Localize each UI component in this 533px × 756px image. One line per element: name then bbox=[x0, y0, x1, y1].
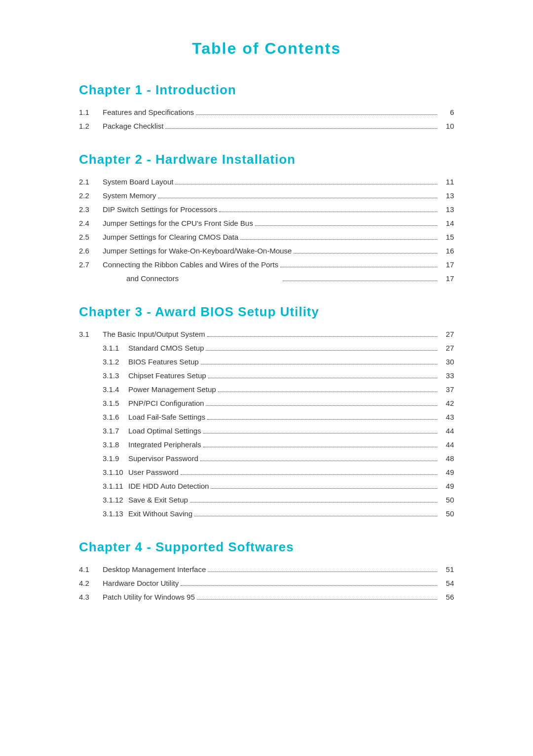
toc-page: 11 bbox=[439, 176, 454, 188]
toc-sub-number: 3.1.6 bbox=[79, 411, 128, 423]
toc-dots bbox=[190, 502, 437, 503]
chapter-heading-ch1: Chapter 1 - Introduction bbox=[79, 82, 454, 98]
toc-dots bbox=[200, 461, 437, 461]
toc-sub-number: 3.1.5 bbox=[79, 397, 128, 409]
toc-dots bbox=[181, 474, 437, 475]
toc-page: 51 bbox=[439, 564, 454, 576]
toc-section-ch1: 1.1Features and Specifications61.2Packag… bbox=[79, 107, 454, 132]
toc-number: 2.7 bbox=[79, 259, 103, 271]
toc-dots bbox=[165, 128, 437, 129]
toc-container: Chapter 1 - Introduction1.1Features and … bbox=[79, 82, 454, 603]
toc-number: 2.6 bbox=[79, 245, 103, 257]
toc-entry: 3.1.7Load Optimal Settings44 bbox=[79, 425, 454, 437]
toc-dots bbox=[197, 599, 437, 600]
toc-label: Patch Utility for Windows 95 bbox=[103, 591, 195, 603]
toc-dots bbox=[240, 239, 437, 240]
toc-dots bbox=[206, 405, 437, 406]
toc-sub-number: 3.1.7 bbox=[79, 425, 128, 437]
toc-page: 13 bbox=[439, 190, 454, 202]
toc-sub-number: 3.1.2 bbox=[79, 356, 128, 368]
toc-dots bbox=[255, 225, 437, 226]
toc-entry: 1.1Features and Specifications6 bbox=[79, 107, 454, 118]
toc-label: Standard CMOS Setup bbox=[128, 342, 204, 354]
toc-entry: 2.5Jumper Settings for Clearing CMOS Dat… bbox=[79, 231, 454, 243]
toc-label: Connecting the Ribbon Cables and Wires o… bbox=[103, 259, 278, 271]
toc-label: Jumper Settings for the CPU's Front Side… bbox=[103, 217, 253, 229]
toc-label: Features and Specifications bbox=[103, 107, 194, 118]
toc-dots bbox=[158, 198, 437, 198]
toc-page: 56 bbox=[439, 591, 454, 603]
toc-dots bbox=[211, 488, 437, 489]
toc-entry: 1.2Package Checklist10 bbox=[79, 120, 454, 132]
toc-entry: 3.1The Basic Input/Output System27 bbox=[79, 328, 454, 340]
toc-number: 4.1 bbox=[79, 564, 103, 576]
toc-page: 49 bbox=[439, 467, 454, 478]
toc-label: Package Checklist bbox=[103, 120, 163, 132]
toc-sub-number: 3.1.1 bbox=[79, 342, 128, 354]
toc-dots bbox=[206, 350, 437, 351]
toc-entry: 2.4Jumper Settings for the CPU's Front S… bbox=[79, 217, 454, 229]
toc-page: 14 bbox=[439, 217, 454, 229]
toc-number: 1.2 bbox=[79, 120, 103, 132]
toc-page: 44 bbox=[439, 439, 454, 451]
toc-number: 2.5 bbox=[79, 231, 103, 243]
toc-dots bbox=[181, 585, 437, 586]
toc-sub-number: 3.1.10 bbox=[79, 467, 128, 478]
toc-page: 17 bbox=[439, 259, 454, 271]
toc-entry: 3.1.13Exit Without Saving50 bbox=[79, 508, 454, 520]
toc-dots bbox=[208, 378, 437, 378]
toc-dots bbox=[203, 433, 437, 433]
toc-number: 2.2 bbox=[79, 190, 103, 202]
toc-page: 13 bbox=[439, 204, 454, 216]
toc-dots bbox=[280, 267, 437, 267]
toc-dots bbox=[201, 364, 437, 364]
toc-entry: 2.6Jumper Settings for Wake-On-Keyboard/… bbox=[79, 245, 454, 257]
toc-label: Hardware Doctor Utility bbox=[103, 577, 179, 589]
toc-dots bbox=[208, 572, 437, 572]
toc-entry: 4.1Desktop Management Interface51 bbox=[79, 564, 454, 576]
toc-section-ch2: 2.1System Board Layout112.2System Memory… bbox=[79, 176, 454, 285]
chapter-heading-ch3: Chapter 3 - Award BIOS Setup Utility bbox=[79, 304, 454, 320]
toc-page: 27 bbox=[439, 342, 454, 354]
toc-label: Jumper Settings for Wake-On-Keyboard/Wak… bbox=[103, 245, 292, 257]
toc-dots bbox=[207, 419, 437, 420]
toc-entry: 3.1.4Power Management Setup37 bbox=[79, 384, 454, 396]
toc-number: 2.1 bbox=[79, 176, 103, 188]
toc-dots bbox=[203, 447, 437, 447]
toc-sub-number: 3.1.13 bbox=[79, 508, 128, 520]
toc-entry: 3.1.12Save & Exit Setup50 bbox=[79, 494, 454, 506]
toc-page: 6 bbox=[439, 107, 454, 118]
toc-number: 2.4 bbox=[79, 217, 103, 229]
toc-sub-number: 3.1.3 bbox=[79, 370, 128, 382]
toc-page: 50 bbox=[439, 494, 454, 506]
toc-entry: 2.1System Board Layout11 bbox=[79, 176, 454, 188]
toc-entry: 2.7Connecting the Ribbon Cables and Wire… bbox=[79, 259, 454, 271]
toc-dots bbox=[207, 336, 437, 337]
toc-entry: 3.1.2BIOS Features Setup30 bbox=[79, 356, 454, 368]
toc-page: 44 bbox=[439, 425, 454, 437]
toc-entry: 3.1.8Integrated Peripherals44 bbox=[79, 439, 454, 451]
toc-page: 37 bbox=[439, 384, 454, 396]
toc-page: 54 bbox=[439, 577, 454, 589]
toc-page: 48 bbox=[439, 453, 454, 465]
toc-number: 1.1 bbox=[79, 107, 103, 118]
toc-sub-number: 3.1.12 bbox=[79, 494, 128, 506]
toc-entry: 2.3DIP Switch Settings for Processors13 bbox=[79, 204, 454, 216]
toc-page: 49 bbox=[439, 480, 454, 492]
toc-dots bbox=[194, 516, 437, 516]
toc-entry: 2.2System Memory13 bbox=[79, 190, 454, 202]
toc-number: 3.1 bbox=[79, 328, 103, 340]
toc-sub-number: 3.1.4 bbox=[79, 384, 128, 396]
toc-page-continuation: 17 bbox=[439, 273, 454, 285]
toc-entry: 4.2Hardware Doctor Utility54 bbox=[79, 577, 454, 589]
toc-label: DIP Switch Settings for Processors bbox=[103, 204, 217, 216]
toc-page: 33 bbox=[439, 370, 454, 382]
toc-entry: 3.1.3Chipset Features Setup33 bbox=[79, 370, 454, 382]
toc-label: Exit Without Saving bbox=[128, 508, 192, 520]
toc-page: 27 bbox=[439, 328, 454, 340]
toc-label: Power Management Setup bbox=[128, 384, 216, 396]
toc-sub-number: 3.1.11 bbox=[79, 480, 128, 492]
toc-number: 4.3 bbox=[79, 591, 103, 603]
toc-page: 42 bbox=[439, 397, 454, 409]
toc-label: System Memory bbox=[103, 190, 156, 202]
